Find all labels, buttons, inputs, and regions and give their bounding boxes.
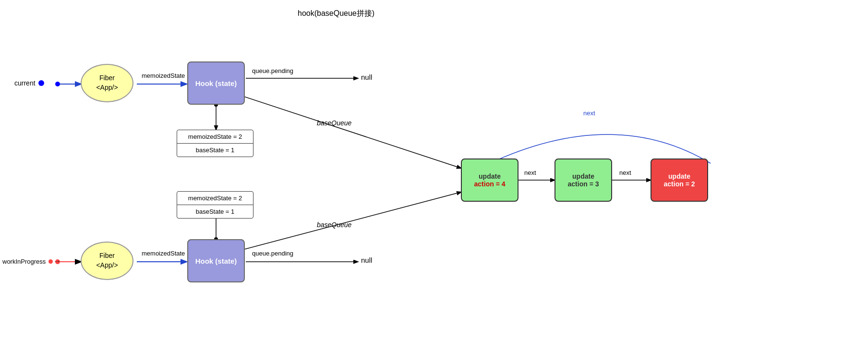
- update-3-line2: action = 3: [568, 180, 599, 188]
- diagram-title: hook(baseQueue拼接): [298, 9, 374, 19]
- null-bottom: null: [361, 256, 372, 264]
- state-box-top: memoizedState = 2 baseState = 1: [177, 130, 253, 157]
- update-node-4: update action = 4: [461, 158, 518, 202]
- state-box-bottom-row2: baseState = 1: [177, 205, 253, 218]
- state-box-top-row1: memoizedState = 2: [177, 130, 253, 144]
- update-4-line1: update: [479, 172, 501, 180]
- update-3-line1: update: [572, 172, 594, 180]
- update-2-line1: update: [668, 172, 690, 180]
- svg-line-17: [242, 192, 461, 250]
- queue-pending-top-label: queue.pending: [252, 67, 293, 74]
- update-node-3: update action = 3: [555, 158, 612, 202]
- basequeue-top-label: baseQueue: [317, 119, 351, 127]
- hook-top-node: Hook (state): [187, 61, 245, 105]
- wip-text: workInProgress: [2, 258, 46, 265]
- next-arc-label: next: [583, 110, 595, 117]
- wip-label: workInProgress →: [2, 257, 61, 266]
- current-dot: [38, 80, 44, 86]
- svg-point-1: [55, 82, 60, 86]
- memoized-state-label-bottom: memoizedState: [142, 250, 185, 257]
- null-top: null: [361, 73, 372, 81]
- state-box-bottom: memoizedState = 2 baseState = 1: [177, 191, 253, 219]
- update-4-line2: action = 4: [474, 180, 506, 188]
- next-label-2: next: [619, 169, 631, 176]
- basequeue-bottom-label: baseQueue: [317, 221, 351, 229]
- current-label: current: [14, 79, 44, 87]
- state-box-bottom-row1: memoizedState = 2: [177, 192, 253, 205]
- wip-arrow: →: [53, 257, 61, 266]
- current-text: current: [14, 79, 36, 87]
- state-box-top-row2: baseState = 1: [177, 144, 253, 157]
- next-label-1: next: [524, 169, 536, 176]
- arrows-svg: [0, 0, 868, 341]
- memoized-state-label-top: memoizedState: [142, 72, 185, 79]
- update-2-line2: action = 2: [664, 180, 695, 188]
- wip-dot-red: [48, 259, 53, 264]
- svg-line-8: [242, 96, 461, 168]
- fiber-top-node: Fiber <App/>: [81, 64, 133, 102]
- update-node-2: update action = 2: [651, 158, 708, 202]
- diagram-container: hook(baseQueue拼接): [0, 0, 868, 341]
- queue-pending-bottom-label: queue.pending: [252, 250, 293, 257]
- hook-bottom-node: Hook (state): [187, 239, 245, 282]
- fiber-bottom-node: Fiber <App/>: [81, 242, 133, 280]
